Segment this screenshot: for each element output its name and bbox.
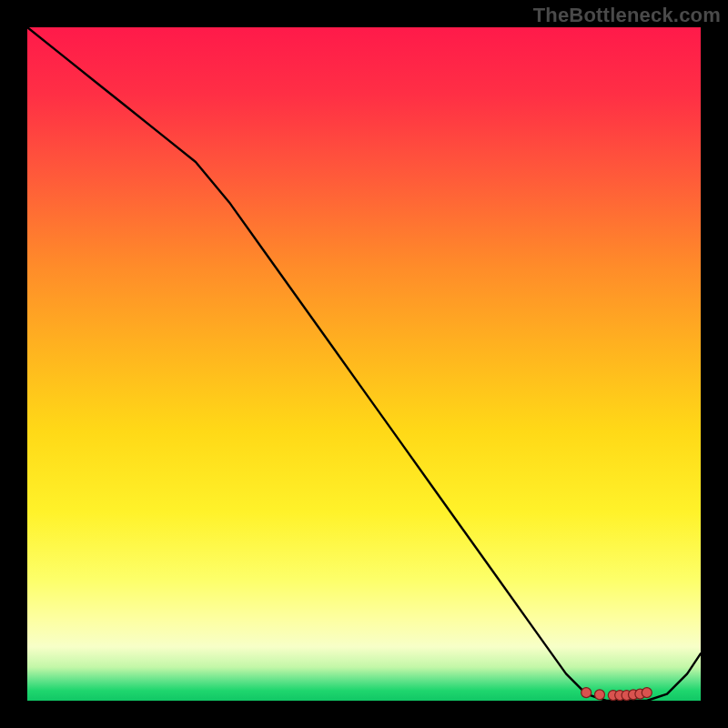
marker-dot bbox=[595, 690, 605, 700]
minimum-markers bbox=[581, 688, 652, 701]
marker-dot bbox=[581, 688, 592, 698]
plot-area bbox=[27, 27, 701, 701]
curve-path bbox=[27, 27, 701, 701]
watermark-text: TheBottleneck.com bbox=[533, 4, 721, 27]
bottleneck-curve bbox=[27, 27, 701, 701]
marker-dot bbox=[642, 688, 652, 698]
chart-frame: TheBottleneck.com bbox=[0, 0, 728, 728]
